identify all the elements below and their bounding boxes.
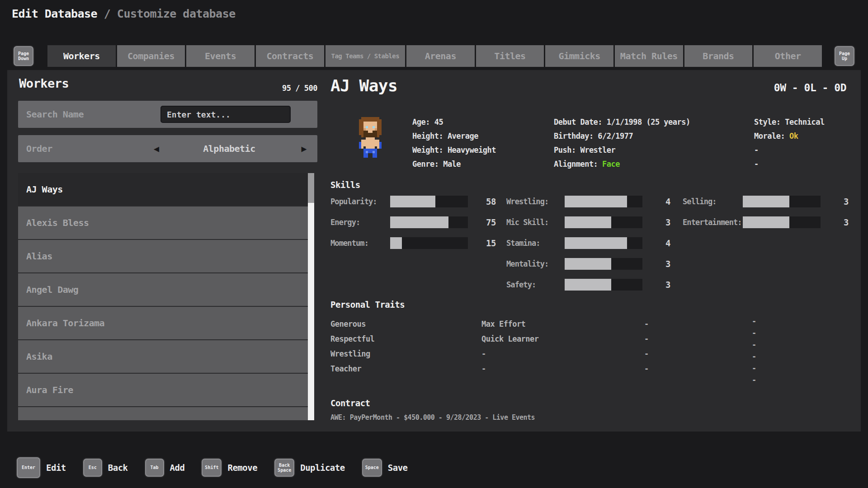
skill-bar: [743, 196, 821, 207]
tab-brands[interactable]: Brands: [684, 45, 753, 67]
tab-key-icon[interactable]: Tab: [145, 459, 164, 477]
worker-list-item-alexis-bless[interactable]: Alexis Bless: [18, 206, 310, 239]
esc-key-icon[interactable]: Esc: [83, 459, 102, 477]
page-title: Edit Database: [12, 7, 97, 20]
hotkey-action-label: Back: [108, 463, 128, 473]
skill-label: Momentum:: [330, 239, 390, 248]
worker-list-item-ankara-torizama[interactable]: Ankara Torizama: [18, 307, 310, 339]
hotkey-duplicate: Back SpaceDuplicate: [274, 459, 345, 477]
hotkey-action-label: Edit: [46, 463, 66, 473]
bio-line: -: [754, 157, 825, 171]
skill-bar: [565, 237, 642, 249]
order-next-arrow-icon[interactable]: ▶: [301, 135, 307, 162]
tab-strip: WorkersCompaniesEventsContractsTag Teams…: [47, 45, 822, 67]
search-label: Search Name: [26, 101, 84, 128]
worker-list-scrollbar[interactable]: [308, 173, 314, 420]
tab-arenas[interactable]: Arenas: [406, 45, 475, 67]
bio-line: Age: 45: [412, 115, 496, 129]
skills-column-3: Selling:3Entertainment:3: [683, 196, 849, 237]
tab-events[interactable]: Events: [186, 45, 255, 67]
personal-traits-title: Personal Traits: [330, 300, 405, 310]
bio-text: Morale:: [754, 131, 789, 141]
tab-companies[interactable]: Companies: [117, 45, 185, 67]
worker-record: 0W - 0L - 0D: [774, 82, 846, 94]
scrollbar-thumb[interactable]: [308, 173, 314, 203]
skill-bar-fill: [565, 279, 611, 291]
main-panel: Workers 95 / 500 Search Name Order ◀ Alp…: [7, 70, 861, 432]
tab-tag-teams-stables[interactable]: Tag Teams / Stables: [326, 45, 405, 67]
trait-empty: -: [752, 339, 756, 351]
bio-column-3: Style: TechnicalMorale: Ok--: [754, 115, 825, 171]
skill-label: Stamina:: [506, 239, 565, 248]
bio-text: Style: Technical: [754, 117, 825, 127]
skill-row-mic-skill: Mic Skill:3: [506, 216, 670, 228]
worker-list-item-aura-fire[interactable]: Aura Fire: [18, 374, 310, 406]
worker-list-item-asika[interactable]: Asika: [18, 340, 310, 373]
skill-bar: [565, 258, 642, 270]
skill-value: 3: [642, 259, 670, 269]
traits-column-3: ----: [644, 317, 649, 376]
hotkey-back: EscBack: [83, 459, 128, 477]
bio-value-highlight: Ok: [789, 131, 798, 141]
shift-key-icon[interactable]: Shift: [202, 459, 222, 477]
worker-list-item-alias[interactable]: Alias: [18, 240, 310, 272]
skill-value: 3: [642, 217, 670, 227]
skill-value: 4: [642, 197, 670, 206]
skill-row-entertainment: Entertainment:3: [683, 216, 849, 228]
bio-text: Push: Wrestler: [554, 145, 615, 155]
search-row: Search Name: [18, 101, 317, 128]
bio-text: -: [754, 160, 759, 169]
traits-column-2: Max EffortQuick Learner--: [481, 317, 539, 376]
skill-value: 3: [821, 217, 849, 227]
tab-bar: Page Down WorkersCompaniesEventsContract…: [14, 45, 854, 67]
tab-match-rules[interactable]: Match Rules: [615, 45, 683, 67]
skill-label: Selling:: [683, 197, 743, 206]
skill-row-stamina: Stamina:4: [506, 237, 670, 249]
skill-bar-fill: [565, 237, 627, 249]
order-label: Order: [26, 135, 52, 162]
skill-bar-fill: [743, 216, 789, 228]
skill-value: 4: [642, 238, 670, 248]
back-space-key-icon[interactable]: Back Space: [274, 459, 294, 477]
bio-text: Weight: Heavyweight: [412, 145, 496, 155]
order-row: Order ◀ Alphabetic ▶: [18, 135, 317, 162]
skills-column-1: Popularity:58Energy:75Momentum:15: [330, 196, 496, 258]
bio-value-highlight: Face: [602, 160, 620, 169]
order-prev-arrow-icon[interactable]: ◀: [154, 135, 159, 162]
bio-line: Debut Date: 1/1/1998 (25 years): [554, 115, 690, 129]
worker-list-item-partial[interactable]: [18, 407, 310, 420]
skill-row-energy: Energy:75: [330, 216, 496, 228]
trait-empty: -: [644, 317, 649, 332]
traits-column-1: GenerousRespectfulWrestlingTeacher: [330, 317, 374, 376]
bio-column-2: Debut Date: 1/1/1998 (25 years)Birthday:…: [554, 115, 690, 171]
skill-bar: [565, 196, 642, 207]
worker-list-item-aj-ways[interactable]: AJ Ways: [18, 173, 310, 206]
page-up-key-icon[interactable]: Page Up: [835, 46, 854, 66]
tab-contracts[interactable]: Contracts: [256, 45, 324, 67]
space-key-icon[interactable]: Space: [362, 459, 382, 477]
skill-bar: [390, 216, 468, 228]
skill-bar: [743, 216, 821, 228]
skill-value: 3: [642, 280, 670, 290]
worker-list: AJ WaysAlexis BlessAliasAngel DawgAnkara…: [18, 173, 310, 420]
skills-column-2: Wrestling:4Mic Skill:3Stamina:4Mentality…: [506, 196, 670, 300]
skill-row-mentality: Mentality:3: [506, 258, 670, 270]
tab-other[interactable]: Other: [754, 45, 822, 67]
tab-gimmicks[interactable]: Gimmicks: [545, 45, 613, 67]
skill-bar-fill: [390, 216, 448, 228]
skill-bar: [390, 237, 468, 249]
order-value: Alphabetic: [167, 135, 291, 162]
skill-row-momentum: Momentum:15: [330, 237, 496, 249]
search-input[interactable]: [160, 106, 291, 123]
page-subtitle: Customize database: [117, 7, 236, 20]
enter-key-icon[interactable]: Enter: [17, 457, 40, 478]
trait-empty: -: [481, 347, 539, 361]
page-down-key-icon[interactable]: Page Down: [14, 46, 33, 66]
hotkey-action-label: Save: [388, 463, 408, 473]
tab-workers[interactable]: Workers: [47, 45, 116, 67]
worker-list-item-angel-dawg[interactable]: Angel Dawg: [18, 273, 310, 306]
contract-details: AWE: PayPerMonth - $450.000 - 9/28/2023 …: [330, 413, 535, 422]
worker-avatar: [357, 117, 384, 158]
avatar-pixel: [382, 155, 384, 158]
tab-titles[interactable]: Titles: [476, 45, 544, 67]
